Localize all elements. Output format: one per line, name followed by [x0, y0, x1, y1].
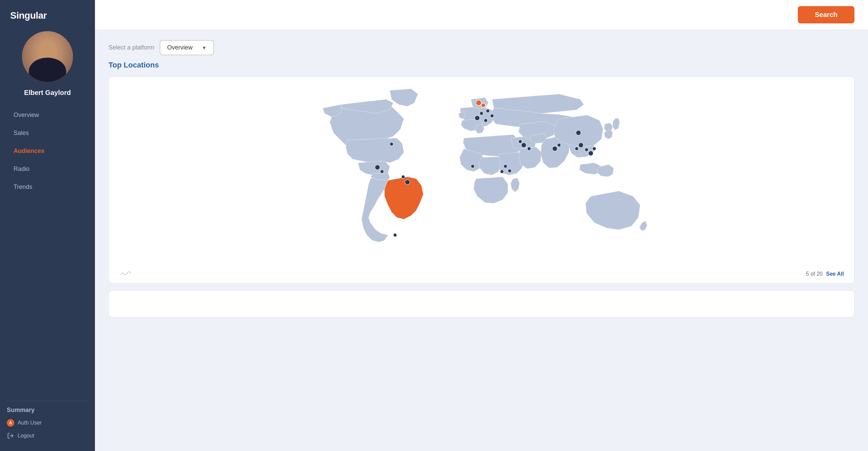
svg-point-16: [588, 151, 593, 156]
svg-point-26: [393, 233, 397, 237]
platform-label: Select a platform: [108, 44, 154, 51]
logout-icon: [7, 432, 14, 439]
second-card: [108, 290, 854, 317]
svg-point-24: [405, 180, 410, 185]
world-map-svg: [116, 83, 847, 260]
platform-selector: Select a platform Overview ▼: [108, 40, 854, 55]
svg-point-7: [481, 103, 485, 107]
summary-label: Summary: [7, 407, 88, 414]
svg-point-11: [552, 146, 557, 151]
svg-point-9: [527, 147, 531, 150]
svg-point-20: [500, 170, 504, 173]
auth-user-label: Auth User: [18, 420, 42, 426]
svg-point-2: [480, 112, 483, 115]
content-area: Select a platform Overview ▼ Top Locatio…: [95, 30, 868, 451]
svg-point-8: [521, 143, 527, 148]
platform-dropdown[interactable]: Overview ▼: [160, 40, 214, 55]
svg-point-5: [486, 109, 490, 113]
svg-point-10: [518, 140, 522, 143]
svg-point-12: [557, 143, 561, 147]
sidebar-item-trends[interactable]: Trends: [7, 179, 88, 195]
svg-point-1: [475, 116, 480, 121]
map-footer: 5 of 20 See All: [109, 267, 854, 283]
svg-point-19: [508, 169, 511, 173]
svg-point-13: [578, 143, 584, 148]
user-name: Elbert Gaylord: [24, 89, 71, 97]
auth-user-item[interactable]: A Auth User: [7, 418, 88, 428]
logout-item[interactable]: Logout: [7, 431, 88, 441]
sidebar: Singular Elbert Gaylord Overview Sales A…: [0, 0, 95, 451]
sidebar-footer: Summary A Auth User Logout: [7, 401, 88, 441]
avatar-image: [22, 31, 73, 82]
svg-point-25: [401, 175, 405, 178]
sidebar-item-radio[interactable]: Radio: [7, 161, 88, 177]
svg-point-18: [504, 164, 507, 168]
see-all-button[interactable]: See All: [826, 271, 844, 277]
svg-point-22: [375, 165, 380, 170]
svg-point-17: [593, 147, 596, 150]
svg-point-27: [576, 130, 581, 135]
svg-point-6: [476, 100, 481, 106]
svg-point-14: [585, 148, 588, 151]
map-logo-icon: [119, 270, 133, 278]
avatar: [22, 31, 73, 82]
map-pagination: 5 of 20 See All: [806, 271, 844, 277]
sidebar-nav: Overview Sales Audiences Radio Trends: [7, 107, 88, 401]
map-card: 5 of 20 See All: [108, 76, 854, 283]
svg-point-15: [575, 147, 578, 150]
sidebar-item-sales[interactable]: Sales: [7, 125, 88, 141]
auth-user-icon: A: [7, 419, 14, 427]
search-button[interactable]: Search: [798, 6, 854, 23]
chevron-down-icon: ▼: [202, 45, 206, 51]
map-container: [109, 77, 854, 267]
sidebar-item-overview[interactable]: Overview: [7, 107, 88, 123]
top-bar: Search: [95, 0, 868, 30]
app-logo: Singular: [10, 10, 47, 21]
logout-label: Logout: [18, 433, 34, 439]
svg-point-4: [490, 114, 494, 117]
sidebar-item-audiences[interactable]: Audiences: [7, 143, 88, 159]
svg-point-3: [484, 119, 487, 122]
section-title: Top Locations: [108, 61, 854, 70]
platform-value: Overview: [167, 44, 193, 51]
svg-point-28: [390, 142, 393, 146]
pagination-text: 5 of 20: [806, 271, 823, 277]
svg-point-23: [380, 170, 384, 173]
main-content: Search Select a platform Overview ▼ Top …: [95, 0, 868, 451]
svg-point-21: [471, 164, 474, 168]
